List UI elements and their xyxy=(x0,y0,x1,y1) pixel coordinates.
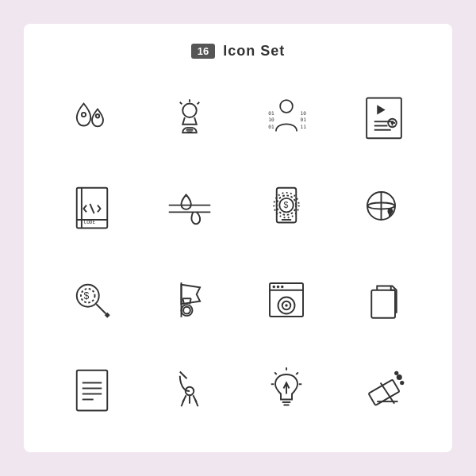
svg-point-81 xyxy=(400,381,404,385)
icon-target-frame xyxy=(242,259,332,342)
icon-shower xyxy=(145,350,235,433)
svg-rect-15 xyxy=(367,98,401,138)
icon-search-dollar: $ xyxy=(48,259,137,342)
svg-point-2 xyxy=(182,103,197,117)
icon-code-person: 01 10 10 01 01 11 xyxy=(242,75,332,159)
icon-flag-medal xyxy=(145,259,235,342)
svg-marker-16 xyxy=(377,105,386,114)
badge: 16 xyxy=(191,44,215,59)
svg-point-80 xyxy=(397,374,402,380)
svg-line-68 xyxy=(180,372,187,379)
svg-line-39 xyxy=(97,304,106,313)
svg-line-72 xyxy=(297,373,299,375)
svg-text:11: 11 xyxy=(301,124,307,129)
icon-eraser xyxy=(340,350,429,433)
header: 16 Icon Set xyxy=(48,43,428,60)
svg-point-8 xyxy=(280,100,293,113)
svg-text:$: $ xyxy=(84,290,90,301)
icon-water-drops xyxy=(48,75,137,159)
svg-line-67 xyxy=(195,400,198,407)
svg-point-1 xyxy=(96,114,99,117)
svg-rect-56 xyxy=(371,290,395,318)
svg-point-52 xyxy=(286,304,289,307)
svg-text:$: $ xyxy=(284,200,289,209)
svg-line-66 xyxy=(181,400,184,407)
svg-rect-57 xyxy=(77,370,108,411)
page-title: Icon Set xyxy=(223,43,285,60)
svg-point-82 xyxy=(394,371,398,375)
icon-light-bulb xyxy=(242,350,332,433)
svg-text:10: 10 xyxy=(301,109,307,115)
icon-document-lines xyxy=(48,350,137,433)
svg-point-0 xyxy=(82,113,86,117)
svg-text:01: 01 xyxy=(301,117,307,122)
svg-line-74 xyxy=(274,373,277,375)
icon-dollar-phone: $ xyxy=(242,167,332,250)
svg-line-4 xyxy=(197,102,199,104)
svg-rect-48 xyxy=(270,283,303,317)
icon-copy-files xyxy=(340,259,429,342)
svg-point-44 xyxy=(183,307,190,314)
icon-water-fire xyxy=(145,167,235,250)
icon-code-book: CODE xyxy=(48,167,137,250)
main-card: 16 Icon Set xyxy=(24,24,452,452)
svg-line-5 xyxy=(180,102,182,104)
icon-media-document xyxy=(340,75,429,159)
svg-text:01: 01 xyxy=(269,109,275,115)
svg-text:10: 10 xyxy=(269,117,275,122)
svg-line-25 xyxy=(90,204,94,213)
icon-earth-heart xyxy=(340,167,429,250)
svg-text:01: 01 xyxy=(269,124,275,129)
icon-idea-person xyxy=(145,75,235,159)
icon-grid: 01 10 10 01 01 11 xyxy=(48,75,428,433)
